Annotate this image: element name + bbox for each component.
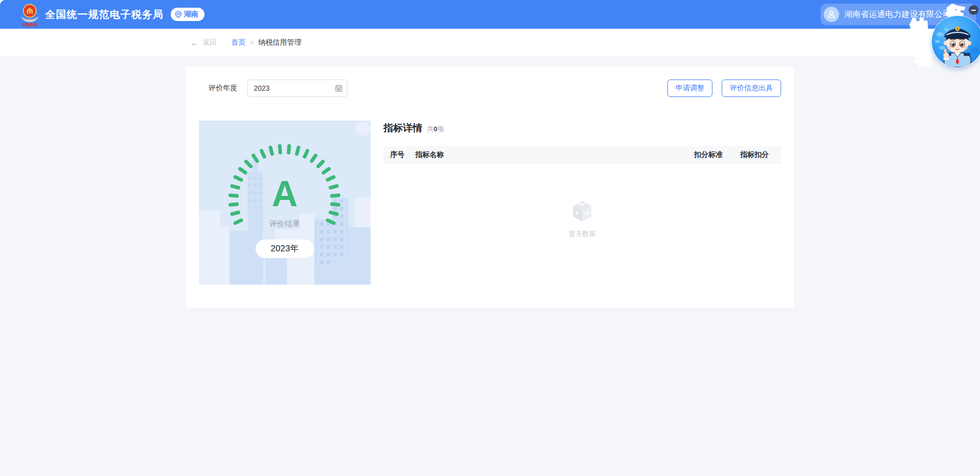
tax-officer-mascot-illustration [932, 16, 980, 67]
indicator-section-title: 指标详情 [383, 122, 422, 135]
tax-mascot-avatar[interactable] [932, 16, 980, 67]
main-area: 评价年度 申请调整 评价信息出具 [0, 56, 980, 308]
svg-text:中国税务: 中国税务 [22, 22, 38, 27]
widget-char-dong: 动 [914, 47, 932, 71]
back-label: 返回 [202, 38, 217, 47]
indicator-count-prefix: 共 [427, 125, 434, 133]
year-input[interactable] [247, 80, 348, 97]
app-header: 中国税务 全国统一规范电子税务局 湖南 湖南省运通电力建设有限公司 [0, 0, 980, 29]
back-button[interactable]: ← 返回 [190, 38, 217, 47]
indicator-details-section: 指标详情 共0项 序号 指标名称 扣分标准 指标扣分 [383, 121, 781, 285]
apply-adjustment-button[interactable]: 申请调整 [667, 80, 712, 97]
back-arrow-icon: ← [190, 38, 199, 47]
column-header-standard: 扣分标准 [671, 150, 723, 160]
breadcrumb-bar: ← 返回 首页 > 纳税信用管理 [0, 29, 980, 56]
column-header-no: 序号 [383, 150, 415, 160]
indicator-table-header: 序号 指标名称 扣分标准 指标扣分 [383, 146, 781, 164]
evaluation-result-label: 评价结果 [199, 219, 371, 229]
credit-rating-panel: A 评价结果 2023年 [199, 121, 371, 285]
issue-evaluation-info-button[interactable]: 评价信息出具 [722, 80, 781, 97]
column-header-deduct: 指标扣分 [723, 150, 769, 160]
location-pin-icon [175, 11, 182, 18]
indicator-count-suffix: 项 [437, 125, 444, 133]
widget-minimize-button[interactable] [969, 5, 978, 15]
indicator-count: 共0项 [427, 125, 444, 134]
breadcrumb-separator: > [250, 39, 254, 46]
calendar-icon[interactable] [335, 84, 343, 92]
tax-bureau-emblem-logo: 中国税务 [19, 3, 40, 27]
evaluation-year-badge: 2023年 [255, 240, 314, 258]
breadcrumb: 首页 > 纳税信用管理 [231, 38, 301, 47]
avatar [824, 7, 839, 22]
year-field-label: 评价年度 [209, 84, 237, 93]
indicator-section-head: 指标详情 共0项 [383, 122, 781, 135]
page: 中国税务 全国统一规范电子税务局 湖南 湖南省运通电力建设有限公司 [0, 0, 980, 476]
empty-state-text: 暂无数据 [569, 229, 596, 239]
column-header-name: 指标名称 [415, 150, 671, 160]
user-icon [827, 10, 836, 19]
region-label: 湖南 [184, 10, 198, 19]
region-selector[interactable]: 湖南 [171, 8, 205, 21]
minus-icon [971, 10, 976, 11]
interaction-float-widget: 征 纳 互 动 [885, 0, 980, 82]
content-row: A 评价结果 2023年 指标详情 共0项 序号 指标名称 扣分标准 指标扣分 [199, 121, 781, 285]
breadcrumb-home-link[interactable]: 首页 [231, 38, 246, 47]
filter-toolbar: 评价年度 申请调整 评价信息出具 [199, 80, 781, 97]
tax-credit-card: 评价年度 申请调整 评价信息出具 [186, 67, 794, 308]
topbar-wrap: 中国税务 全国统一规范电子税务局 湖南 湖南省运通电力建设有限公司 [0, 0, 980, 29]
site-title: 全国统一规范电子税务局 [45, 8, 164, 22]
year-picker [247, 80, 348, 97]
empty-state: 暂无数据 [383, 200, 781, 239]
credit-grade-value: A [199, 176, 371, 212]
breadcrumb-current: 纳税信用管理 [258, 38, 301, 47]
empty-box-icon [570, 200, 595, 223]
